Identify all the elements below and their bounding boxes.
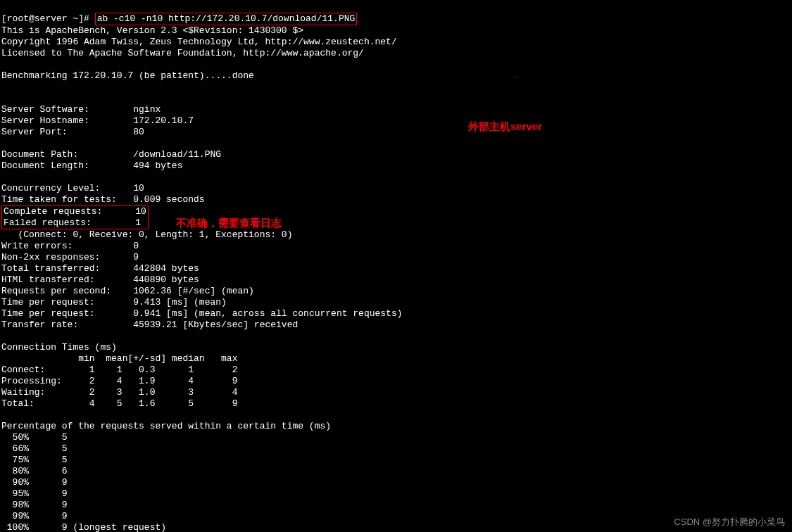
doc-length-value: 494 bytes [133, 160, 182, 171]
failed-requests-label: Failed requests: [4, 217, 92, 228]
time-taken-label: Time taken for tests: [1, 194, 117, 205]
time-taken-value: 0.009 seconds [133, 194, 204, 205]
html-transferred-value: 440890 bytes [133, 274, 199, 285]
tpr2-value: 0.941 [ms] (mean, across all concurrent … [133, 308, 402, 319]
complete-requests-label: Complete requests: [4, 206, 102, 217]
conn-times-total: Total: 4 5 1.6 5 9 [1, 398, 237, 409]
percentile-100: 100% 9 (longest request) [1, 522, 166, 532]
non2xx-value: 9 [133, 252, 139, 262]
complete-requests-value: 10 [135, 206, 146, 217]
percentile-95: 95% 9 [1, 488, 68, 499]
transfer-value: 45939.21 [Kbytes/sec] received [133, 319, 298, 330]
conn-times-header: min mean[+/-sd] median max [1, 353, 237, 364]
server-hostname-label: Server Hostname: [1, 115, 89, 126]
percentiles-title: Percentage of the requests served within… [1, 421, 331, 431]
benchmarking-line: Benchmarking 172.20.10.7 (be patient)...… [1, 70, 254, 81]
tpr1-value: 9.413 [ms] (mean) [133, 297, 227, 308]
percentile-50: 50% 5 [1, 432, 68, 443]
write-errors-label: Write errors: [1, 241, 73, 251]
failed-detail: (Connect: 0, Receive: 0, Length: 1, Exce… [1, 229, 292, 240]
terminal-output: [root@server ~]# ab -c10 -n10 http://172… [0, 0, 792, 532]
ab-header-3: Licensed to The Apache Software Foundati… [1, 48, 364, 58]
percentile-90: 90% 9 [1, 477, 68, 488]
shell-prompt: [root@server ~]# [1, 13, 95, 24]
rps-label: Requests per second: [1, 286, 111, 296]
conn-times-title: Connection Times (ms) [1, 342, 117, 353]
percentile-98: 98% 9 [1, 500, 68, 510]
doc-length-label: Document Length: [1, 160, 89, 171]
concurrency-value: 10 [133, 183, 144, 194]
write-errors-value: 0 [133, 241, 139, 251]
watermark-text: CSDN @努力扑腾的小菜鸟 [674, 517, 785, 528]
total-transferred-value: 442804 bytes [133, 263, 199, 274]
server-port-label: Server Port: [1, 127, 68, 137]
annotation-external-host: 外部主机server [468, 121, 542, 132]
failed-requests-value: 1 [135, 217, 141, 228]
doc-path-value: /download/11.PNG [133, 149, 221, 160]
non2xx-label: Non-2xx responses: [1, 252, 100, 262]
rps-value: 1062.36 [#/sec] (mean) [133, 286, 254, 296]
doc-path-label: Document Path: [1, 149, 78, 160]
command-highlight-box: ab -c10 -n10 http://172.20.10.7/download… [95, 13, 358, 25]
conn-times-processing: Processing: 2 4 1.9 4 9 [1, 376, 237, 386]
percentile-80: 80% 6 [1, 466, 68, 476]
annotation-inaccurate: 不准确，需要查看日志 [176, 217, 282, 229]
conn-times-waiting: Waiting: 2 3 1.0 3 4 [1, 387, 237, 398]
server-software-value: nginx [133, 104, 161, 115]
total-transferred-label: Total transferred: [1, 263, 100, 274]
concurrency-label: Concurrency Level: [1, 183, 100, 194]
server-hostname-value: 172.20.10.7 [133, 115, 194, 126]
requests-highlight-box: Complete requests: 10 Failed requests: 1 [1, 205, 149, 229]
tpr2-label: Time per request: [1, 308, 95, 319]
tpr1-label: Time per request: [1, 297, 95, 308]
percentile-99: 99% 9 [1, 511, 68, 521]
transfer-label: Transfer rate: [1, 319, 78, 330]
server-software-label: Server Software: [1, 104, 89, 115]
command-text: ab -c10 -n10 http://172.20.10.7/download… [97, 13, 356, 24]
percentile-75: 75% 5 [1, 455, 68, 465]
conn-times-connect: Connect: 1 1 0.3 1 2 [1, 365, 237, 375]
html-transferred-label: HTML transferred: [1, 274, 95, 285]
percentile-66: 66% 5 [1, 443, 68, 454]
red-dot-icon: . [515, 70, 519, 82]
ab-header-1: This is ApacheBench, Version 2.3 <$Revis… [1, 25, 303, 36]
ab-header-2: Copyright 1996 Adam Twiss, Zeus Technolo… [1, 37, 397, 47]
server-port-value: 80 [133, 127, 144, 137]
